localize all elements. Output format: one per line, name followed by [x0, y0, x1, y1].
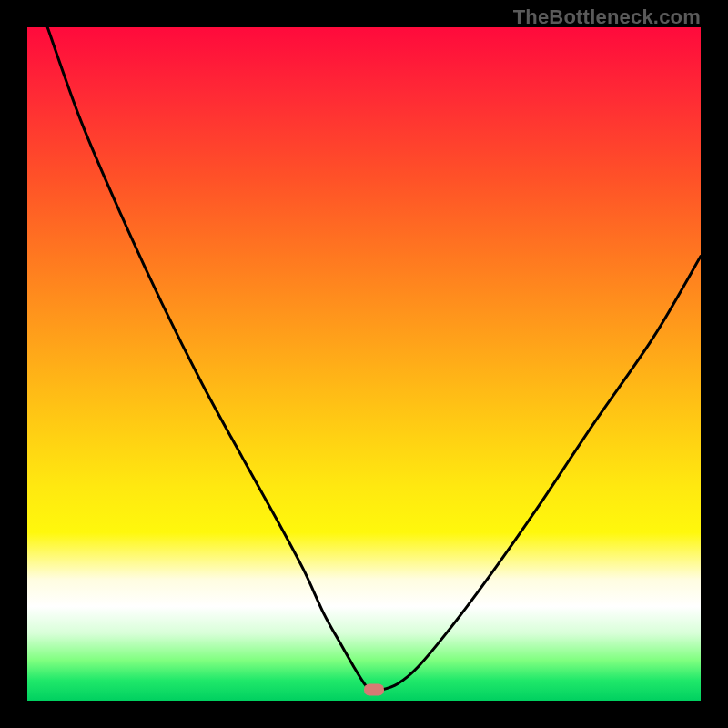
bottleneck-curve: [27, 27, 701, 701]
min-marker: [364, 684, 384, 696]
chart-container: TheBottleneck.com: [0, 0, 728, 728]
watermark-text: TheBottleneck.com: [513, 5, 701, 29]
plot-area: [27, 27, 701, 701]
